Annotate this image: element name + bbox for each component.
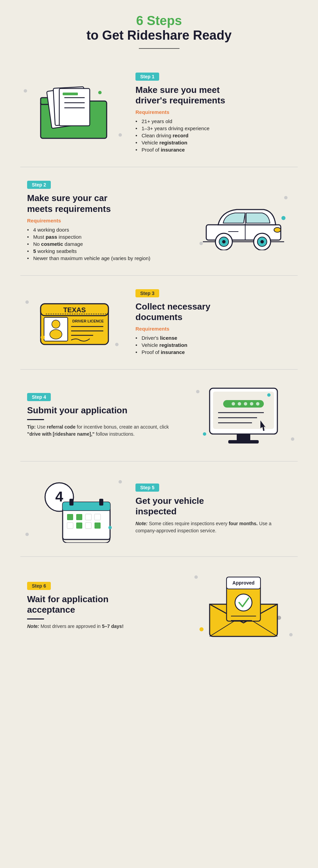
page: 6 Steps to Get Rideshare Ready	[0, 0, 318, 669]
decorative-dot	[199, 242, 203, 245]
svg-rect-53	[67, 514, 73, 520]
step-6-divider	[27, 618, 44, 619]
decorative-dot	[284, 196, 288, 199]
decorative-dot	[196, 390, 199, 393]
decorative-dot	[289, 633, 293, 636]
step-2-content: Step 2 Make sure your carmeets requireme…	[20, 181, 189, 261]
svg-rect-55	[85, 514, 91, 520]
step-4-content: Step 4 Submit your application Tip: Use …	[20, 393, 189, 438]
list-item: 21+ years old	[135, 118, 291, 125]
step-3-svg: TEXAS DRIVER LICENCE	[36, 295, 113, 350]
svg-point-42	[256, 402, 259, 406]
list-item: Proof of insurance	[135, 349, 291, 356]
step-1-svg	[37, 82, 112, 143]
list-item: Driver's license	[135, 334, 291, 341]
step-2-req-label: Requirements	[27, 218, 183, 223]
step-2-title: Make sure your carmeets requirements	[27, 193, 183, 214]
svg-point-68	[277, 616, 281, 620]
step-3-title: Collect necessarydocuments	[135, 301, 291, 322]
list-item: Clean driving record	[135, 132, 291, 139]
step-6-note: Note: Most drivers are approved in 5–7 d…	[27, 623, 183, 630]
step-2-svg	[199, 193, 288, 250]
step-1-illustration	[20, 82, 129, 143]
step-6-title: Wait for applicationacceptance	[27, 594, 183, 615]
step-5-content: Step 5 Get your vehicleinspected Note: S…	[129, 484, 298, 534]
step-6-illustration: Approved	[189, 570, 298, 642]
svg-point-20	[274, 228, 281, 232]
step-2-section: Step 2 Make sure your carmeets requireme…	[20, 167, 298, 275]
svg-point-15	[260, 240, 264, 243]
step-5-illustration: 4	[20, 475, 129, 543]
svg-point-28	[52, 320, 60, 328]
list-item: Proof of insurance	[135, 146, 291, 153]
header-title-green: 6 Steps	[20, 14, 298, 28]
svg-text:DRIVER LICENCE: DRIVER LICENCE	[72, 319, 104, 323]
svg-point-21	[281, 216, 285, 220]
svg-point-65	[235, 594, 252, 611]
step-3-req-label: Requirements	[135, 326, 291, 332]
svg-point-9	[98, 91, 102, 94]
step-6-section: Step 6 Wait for applicationacceptance No…	[20, 557, 298, 655]
step-1-badge: Step 1	[135, 73, 159, 81]
decorative-dot	[24, 89, 27, 93]
list-item: Vehicle registration	[135, 139, 291, 146]
step-3-badge: Step 3	[135, 289, 159, 297]
svg-point-40	[244, 402, 247, 406]
header: 6 Steps to Get Rideshare Ready	[20, 14, 298, 49]
svg-rect-36	[228, 440, 259, 443]
svg-rect-56	[94, 514, 101, 520]
decorative-dot-yellow	[41, 335, 45, 339]
step-1-req-label: Requirements	[135, 109, 291, 115]
svg-rect-60	[94, 522, 101, 529]
svg-rect-58	[76, 522, 82, 529]
step-4-illustration	[189, 383, 298, 448]
decorative-dot	[291, 437, 294, 441]
step-4-title: Submit your application	[27, 405, 183, 416]
svg-rect-34	[213, 392, 274, 429]
list-item: Vehicle registration	[135, 341, 291, 349]
step-1-req-list: 21+ years old 1–3+ years driving experie…	[135, 118, 291, 153]
svg-point-29	[50, 330, 62, 339]
svg-point-39	[238, 402, 241, 406]
svg-rect-35	[237, 434, 250, 441]
header-title-dark: to Get Rideshare Ready	[20, 28, 298, 43]
svg-text:Approved: Approved	[232, 580, 254, 586]
decorative-dot	[119, 133, 122, 137]
svg-text:4: 4	[55, 489, 63, 505]
decorative-dot	[25, 533, 29, 536]
step-6-svg: Approved	[203, 570, 284, 642]
decorative-dot	[115, 343, 119, 346]
step-3-req-list: Driver's license Vehicle registration Pr…	[135, 334, 291, 356]
svg-rect-54	[76, 514, 82, 520]
svg-rect-8	[63, 93, 78, 95]
svg-rect-51	[69, 499, 73, 506]
list-item: 4 working doors	[27, 226, 183, 233]
svg-rect-59	[85, 522, 91, 529]
step-1-title: Make sure you meetdriver's requirements	[135, 85, 291, 106]
list-item: 1–3+ years driving experience	[135, 125, 291, 132]
header-divider	[139, 48, 179, 49]
list-item: No cosmetic damage	[27, 240, 183, 248]
step-5-section: 4	[20, 461, 298, 557]
step-2-req-list: 4 working doors Must pass inspection No …	[27, 226, 183, 262]
step-4-svg	[203, 383, 284, 448]
svg-point-18	[222, 240, 226, 243]
svg-text:TEXAS: TEXAS	[63, 306, 86, 314]
step-3-content: Step 3 Collect necessarydocuments Requir…	[129, 289, 298, 356]
step-3-illustration: TEXAS DRIVER LICENCE	[20, 295, 129, 350]
svg-rect-57	[67, 522, 73, 529]
step-6-content: Step 6 Wait for applicationacceptance No…	[20, 582, 189, 630]
step-5-title: Get your vehicleinspected	[135, 496, 291, 517]
step-4-tip: Tip: Use referral code for incentive bon…	[27, 423, 183, 438]
list-item: Must pass inspection	[27, 233, 183, 240]
step-5-note: Note: Some cities require inspections ev…	[135, 520, 291, 534]
decorative-dot	[119, 480, 122, 484]
step-4-badge: Step 4	[27, 393, 51, 401]
step-5-badge: Step 5	[135, 484, 159, 492]
svg-point-46	[267, 393, 271, 397]
step-2-badge: Step 2	[27, 181, 51, 189]
list-item: 5 working seatbelts	[27, 248, 183, 255]
step-1-content: Step 1 Make sure you meetdriver's requir…	[129, 73, 298, 153]
step-6-badge: Step 6	[27, 582, 51, 590]
decorative-dot	[25, 300, 29, 304]
